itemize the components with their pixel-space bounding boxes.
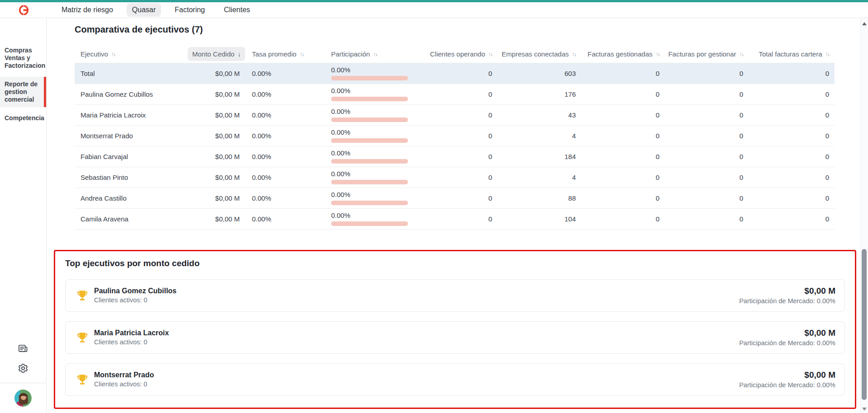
cell-participacion: 0.00% (323, 208, 409, 229)
participation-value: 0.00% (331, 170, 351, 178)
cell-ejecutivo: Sebastian Pinto (75, 167, 188, 188)
cell-gestionadas: 0 (581, 125, 665, 146)
cell-tasa: 0.00% (244, 63, 323, 84)
cell-ejecutivo: Camila Aravena (75, 208, 188, 229)
sort-icon[interactable]: ↓ (237, 51, 241, 58)
cell-empresas: 88 (498, 188, 581, 208)
sort-icon[interactable]: ↑↓ (489, 51, 493, 57)
participation-value: 0.00% (331, 191, 351, 198)
participation-bar (331, 221, 408, 226)
sort-icon[interactable]: ↑↓ (572, 51, 576, 57)
participation-value: 0.00% (331, 211, 351, 219)
cell-cartera: 0 (749, 84, 835, 104)
trophy-icon (76, 290, 88, 301)
cell-monto: $0,00 M (188, 84, 244, 104)
column-header-clientes-operando[interactable]: Clientes operando ↑↓ (409, 46, 498, 63)
executive-name: Montserrat Prado (94, 371, 154, 379)
column-header-monto-cedido[interactable]: Monto Cedido ↓ (188, 46, 244, 63)
cell-empresas: 43 (498, 104, 581, 125)
brand-logo-icon[interactable] (17, 4, 30, 16)
column-label: Ejecutivo (81, 50, 108, 58)
cell-ejecutivo: Montserrat Prado (75, 125, 188, 146)
cell-por_gestionar: 0 (665, 84, 749, 104)
sidebar-bottom (0, 338, 46, 413)
sort-icon[interactable]: ↑↓ (111, 51, 115, 57)
page-title: Comparativa de ejecutivos (7) (75, 24, 835, 35)
sidebar-divider (0, 383, 47, 383)
column-header-facturas-por-gestionar[interactable]: Facturas por gestionar ↑↓ (665, 46, 749, 63)
column-header-facturas-gestionadas[interactable]: Facturas gestionadas ↑↓ (581, 46, 665, 63)
sidebar-nav: Compras Ventas y Factorizacion Reporte d… (0, 18, 46, 338)
cell-gestionadas: 0 (581, 146, 665, 167)
cell-monto: $0,00 M (188, 167, 244, 188)
scroll-down-icon[interactable] (862, 408, 867, 411)
sort-icon[interactable]: ↑↓ (825, 51, 830, 57)
cell-por_gestionar: 0 (665, 188, 749, 208)
cell-cartera: 0 (749, 125, 835, 146)
cell-por_gestionar: 0 (665, 125, 749, 146)
column-header-ejecutivo[interactable]: Ejecutivo ↑↓ (75, 46, 188, 63)
participation-bar (331, 159, 408, 164)
gear-icon[interactable] (13, 358, 33, 378)
table-body: Total$0,00 M0.00%0.00%0603000Paulina Gom… (75, 63, 835, 229)
cell-por_gestionar: 0 (665, 167, 749, 188)
participation-bar (331, 97, 408, 101)
cell-clientes: 0 (409, 146, 498, 167)
cell-clientes: 0 (409, 188, 498, 208)
column-header-empresas-conectadas[interactable]: Empresas conectadas ↑↓ (498, 46, 581, 63)
market-share-label: Participación de Mercado: 0.00% (739, 339, 835, 347)
column-label: Facturas por gestionar (668, 50, 736, 58)
table-row-montserrat-prado: Montserrat Prado$0,00 M0.00%0.00%04000 (75, 125, 835, 146)
column-label: Clientes operando (430, 50, 485, 58)
executive-name: Maria Patricia Lacroix (94, 329, 169, 337)
sidebar-item-competencia[interactable]: Competencia (0, 111, 46, 126)
scroll-up-icon[interactable] (862, 22, 867, 25)
column-header-total-facturas-cartera[interactable]: Total facturas cartera ↑↓ (749, 46, 835, 63)
cell-ejecutivo: Maria Patricia Lacroix (75, 104, 188, 125)
sort-icon[interactable]: ↑↓ (656, 51, 660, 57)
cell-gestionadas: 0 (581, 208, 665, 229)
sort-icon[interactable]: ↑↓ (740, 51, 744, 57)
participation-value: 0.00% (331, 149, 351, 157)
nav-item-clientes[interactable]: Clientes (218, 3, 256, 17)
sidebar-item-reporte-de-gestion-comercial[interactable]: Reporte de gestion comercial (0, 77, 46, 107)
column-header-participaci-n[interactable]: Participación ↑↓ (323, 46, 409, 63)
cell-tasa: 0.00% (244, 146, 323, 167)
scrollbar-thumb[interactable] (862, 249, 867, 400)
top-accent-bar (0, 0, 868, 2)
cell-empresas: 4 (498, 125, 581, 146)
participation-bar (331, 138, 408, 143)
market-share-label: Participación de Mercado: 0.00% (739, 297, 835, 305)
ceded-amount: $0,00 M (739, 328, 835, 338)
cell-clientes: 0 (409, 125, 498, 146)
top-executive-card-montserrat-prado: Montserrat Prado Clientes activos: 0 $0,… (65, 363, 845, 396)
participation-value: 0.00% (331, 87, 351, 94)
cell-cartera: 0 (749, 104, 835, 125)
executives-table: Ejecutivo ↑↓ Monto Cedido ↓ Tasa promedi… (75, 46, 835, 230)
sort-icon[interactable]: ↑↓ (373, 51, 377, 57)
column-header-tasa-promedio[interactable]: Tasa promedio ↑↓ (244, 46, 323, 63)
news-icon[interactable] (13, 338, 33, 358)
participation-value: 0.00% (331, 66, 351, 74)
cell-participacion: 0.00% (323, 125, 409, 146)
cell-participacion: 0.00% (323, 104, 409, 125)
cell-cartera: 0 (749, 208, 835, 229)
active-clients-label: Clientes activos: 0 (94, 296, 176, 304)
top-executive-card-paulina-gomez-cubillos: Paulina Gomez Cubillos Clientes activos:… (65, 279, 845, 312)
top-executives-title: Top ejecutivos por monto cedido (65, 258, 845, 268)
cell-participacion: 0.00% (323, 167, 409, 188)
user-avatar[interactable] (14, 390, 32, 407)
table-header-row: Ejecutivo ↑↓ Monto Cedido ↓ Tasa promedi… (75, 46, 835, 63)
sort-icon[interactable]: ↑↓ (299, 51, 304, 57)
column-label: Facturas gestionadas (588, 50, 652, 58)
nav-item-matriz-de-riesgo[interactable]: Matriz de riesgo (56, 3, 119, 17)
column-label: Monto Cedido (192, 50, 234, 58)
nav-item-quasar[interactable]: Quasar (127, 3, 161, 17)
vertical-scrollbar[interactable] (860, 18, 868, 413)
participation-value: 0.00% (331, 128, 351, 136)
sidebar-item-compras-ventas-y-factorizacion[interactable]: Compras Ventas y Factorizacion (0, 43, 46, 73)
cell-gestionadas: 0 (581, 63, 665, 84)
participation-bar (331, 201, 408, 205)
nav-item-factoring[interactable]: Factoring (169, 3, 210, 17)
cell-tasa: 0.00% (244, 125, 323, 146)
